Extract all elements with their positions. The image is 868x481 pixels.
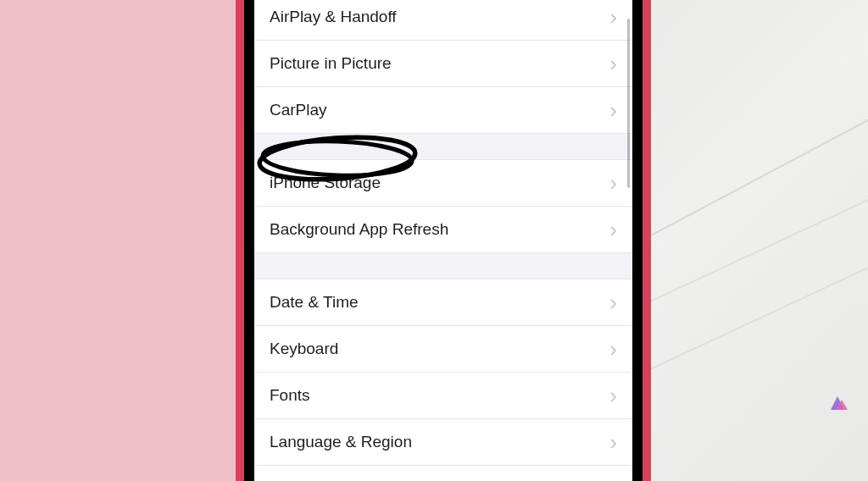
row-background-app-refresh[interactable]: Background App Refresh ›: [254, 207, 632, 252]
phone-screen: AirPlay & Handoff › Picture in Picture ›…: [254, 0, 632, 481]
chevron-right-icon: ›: [609, 384, 617, 406]
settings-group-2: iPhone Storage › Background App Refresh …: [254, 159, 632, 253]
row-label: Background App Refresh: [270, 220, 448, 239]
row-airplay-handoff[interactable]: AirPlay & Handoff ›: [254, 0, 632, 41]
background-pink: [0, 0, 242, 481]
scroll-indicator[interactable]: [627, 19, 630, 188]
chevron-right-icon: ›: [609, 99, 617, 121]
chevron-right-icon: ›: [609, 478, 617, 481]
row-picture-in-picture[interactable]: Picture in Picture ›: [254, 41, 632, 87]
row-label: iPhone Storage: [270, 174, 381, 192]
row-language-region[interactable]: Language & Region ›: [254, 419, 632, 466]
phone-bezel: AirPlay & Handoff › Picture in Picture ›…: [244, 0, 643, 481]
chevron-right-icon: ›: [609, 338, 617, 360]
chevron-right-icon: ›: [609, 53, 617, 75]
chevron-right-icon: ›: [609, 291, 617, 313]
row-date-time[interactable]: Date & Time ›: [254, 279, 632, 326]
chevron-right-icon: ›: [609, 431, 617, 453]
chevron-right-icon: ›: [609, 172, 617, 194]
row-fonts[interactable]: Fonts ›: [254, 373, 632, 419]
row-label: CarPlay: [270, 101, 327, 119]
row-label: Picture in Picture: [270, 54, 392, 73]
settings-list: AirPlay & Handoff › Picture in Picture ›…: [254, 0, 632, 481]
row-label: Fonts: [270, 386, 310, 405]
row-keyboard[interactable]: Keyboard ›: [254, 326, 632, 373]
settings-group-1: AirPlay & Handoff › Picture in Picture ›…: [254, 0, 632, 134]
settings-group-3: Date & Time › Keyboard › Fonts › Languag…: [254, 279, 632, 481]
row-carplay[interactable]: CarPlay ›: [254, 87, 632, 133]
row-label: Keyboard: [270, 340, 338, 358]
phone-frame: AirPlay & Handoff › Picture in Picture ›…: [236, 0, 651, 481]
row-iphone-storage[interactable]: iPhone Storage ›: [254, 160, 632, 207]
watermark-icon: [827, 393, 849, 412]
chevron-right-icon: ›: [609, 6, 617, 28]
chevron-right-icon: ›: [609, 218, 617, 240]
row-label: Date & Time: [270, 293, 359, 312]
row-label: AirPlay & Handoff: [270, 8, 397, 26]
row-label: Language & Region: [270, 433, 412, 451]
row-dictionary[interactable]: Dictionary ›: [254, 466, 632, 481]
